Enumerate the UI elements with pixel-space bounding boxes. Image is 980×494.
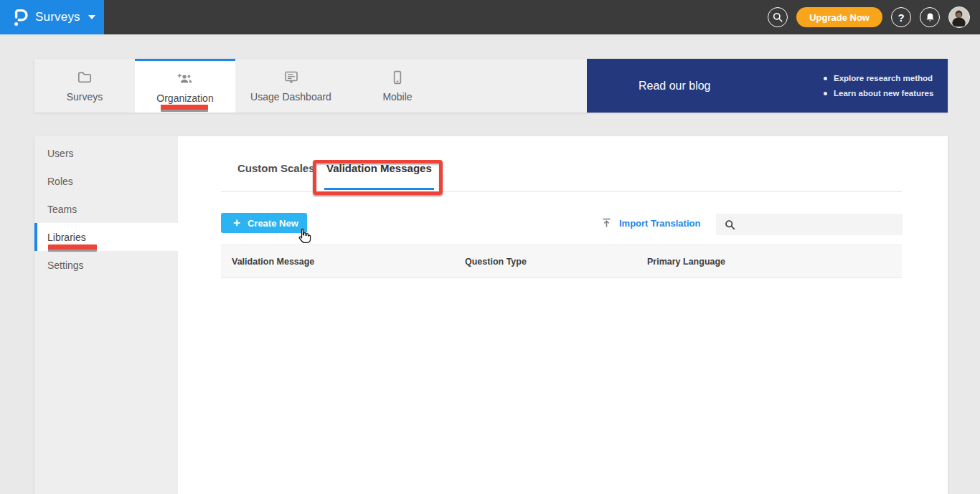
annotation-underline [161, 105, 208, 110]
sidebar-item-users[interactable]: Users [34, 139, 178, 167]
import-translation-label: Import Translation [619, 218, 700, 229]
column-header-validation-message: Validation Message [221, 257, 465, 267]
product-name: Surveys [35, 10, 80, 24]
tab-label: Custom Scales [237, 162, 315, 174]
group-add-icon [176, 70, 194, 87]
blog-bullet: Explore research method [824, 71, 933, 86]
blog-banner-bullets: Explore research method Learn about new … [824, 71, 933, 101]
column-header-primary-language: Primary Language [647, 257, 902, 267]
settings-sidebar: Users Roles Teams Libraries Settings [34, 136, 178, 494]
active-tab-indicator [324, 188, 434, 190]
nav-tab-label: Surveys [67, 91, 103, 103]
tab-label: Validation Messages [326, 162, 432, 174]
tab-validation-messages[interactable]: Validation Messages [326, 162, 432, 188]
nav-tab-label: Organization [156, 92, 213, 104]
questionpro-logo-icon [13, 8, 29, 27]
sidebar-item-label: Teams [47, 204, 77, 215]
topbar: Surveys Upgrade Now ? [0, 0, 980, 34]
sidebar-item-label: Roles [47, 176, 73, 187]
tab-custom-scales[interactable]: Custom Scales [237, 162, 315, 188]
topbar-actions: Upgrade Now ? [768, 6, 980, 28]
nav-tab-surveys[interactable]: Surveys [34, 59, 135, 113]
sidebar-item-label: Settings [47, 260, 84, 271]
search-icon [725, 219, 735, 230]
sidebar-item-settings[interactable]: Settings [34, 251, 178, 279]
avatar[interactable] [948, 6, 970, 28]
search-input[interactable] [741, 214, 903, 235]
nav-tab-mobile[interactable]: Mobile [347, 59, 448, 113]
question-mark-icon: ? [897, 12, 904, 23]
upgrade-now-button[interactable]: Upgrade Now [796, 7, 882, 27]
sidebar-item-libraries[interactable]: Libraries [34, 223, 178, 251]
table-header-row: Validation Message Question Type Primary… [221, 244, 902, 278]
app-window: Surveys Upgrade Now ? [0, 0, 980, 494]
user-photo-icon [949, 7, 969, 27]
create-new-button[interactable]: + Create New [221, 213, 307, 233]
main-panel: Users Roles Teams Libraries Settings Cus… [34, 136, 948, 494]
product-switcher[interactable]: Surveys [0, 0, 104, 34]
blog-bullet: Learn about new features [824, 86, 933, 101]
notifications-button[interactable] [920, 7, 940, 27]
plus-icon: + [233, 217, 240, 229]
create-new-label: Create New [248, 218, 298, 229]
upload-icon [601, 217, 612, 229]
annotation-underline [48, 244, 97, 250]
chevron-down-icon [88, 15, 95, 19]
blog-banner-title[interactable]: Read our blog [639, 59, 711, 113]
blog-banner: Read our blog Explore research method Le… [587, 59, 948, 113]
nav-tab-label: Usage Dashboard [250, 91, 331, 103]
search-button[interactable] [768, 7, 788, 27]
search-icon [773, 12, 783, 22]
nav-tab-usage-dashboard[interactable]: Usage Dashboard [235, 59, 347, 113]
primary-nav: Surveys Organization [34, 59, 948, 113]
import-translation-button[interactable]: Import Translation [601, 213, 700, 233]
nav-tab-label: Mobile [382, 91, 412, 103]
sidebar-item-roles[interactable]: Roles [34, 167, 178, 195]
help-button[interactable]: ? [891, 7, 911, 27]
bell-icon [925, 12, 936, 23]
dashboard-icon [283, 69, 300, 86]
sidebar-item-label: Users [47, 148, 74, 159]
sidebar-item-teams[interactable]: Teams [34, 195, 178, 223]
sidebar-item-label: Libraries [47, 232, 86, 243]
mobile-icon [389, 69, 406, 86]
table-search [716, 214, 903, 235]
nav-tabs: Surveys Organization [34, 59, 448, 113]
column-header-question-type: Question Type [465, 257, 647, 267]
libraries-content: Custom Scales Validation Messages + Crea… [178, 136, 948, 494]
nav-tab-organization[interactable]: Organization [135, 59, 235, 113]
tabs-divider [221, 191, 902, 192]
folder-icon [76, 69, 93, 86]
